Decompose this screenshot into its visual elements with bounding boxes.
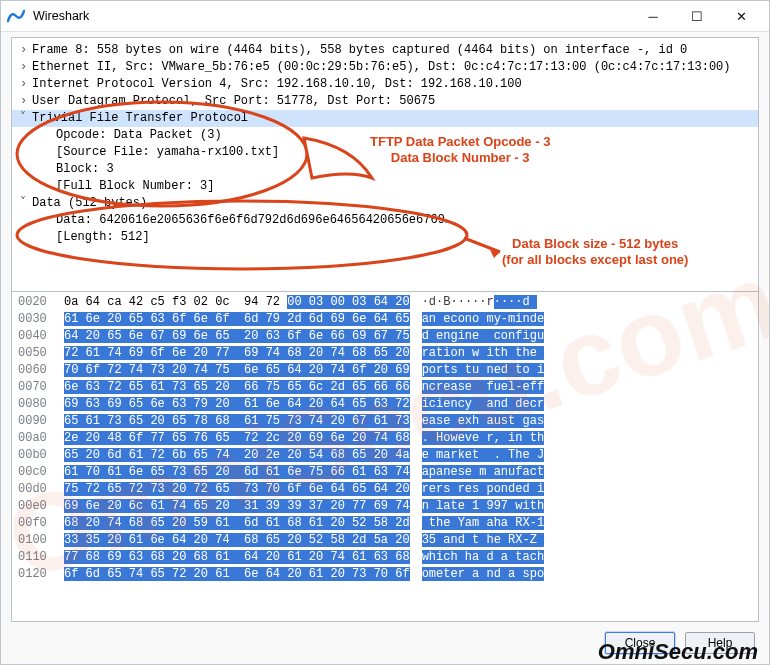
tree-tftp-full-block[interactable]: [Full Block Number: 3] — [12, 178, 758, 195]
packet-bytes-pane[interactable]: 00200a 64 ca 42 c5 f3 02 0c 94 72 00 03 … — [11, 292, 759, 622]
hex-row[interactable]: 003061 6e 20 65 63 6f 6e 6f 6d 79 2d 6d … — [18, 311, 752, 328]
brand-label: OmniSecu.com — [598, 639, 758, 665]
wireshark-window: Wireshark ─ ☐ ✕ ›Frame 8: 558 bytes on w… — [0, 0, 770, 665]
hex-row[interactable]: 004064 20 65 6e 67 69 6e 65 20 63 6f 6e … — [18, 328, 752, 345]
hex-row[interactable]: 00706e 63 72 65 61 73 65 20 66 75 65 6c … — [18, 379, 752, 396]
hex-row[interactable]: 009065 61 73 65 20 65 78 68 61 75 73 74 … — [18, 413, 752, 430]
hex-row[interactable]: 00a02e 20 48 6f 77 65 76 65 72 2c 20 69 … — [18, 430, 752, 447]
minimize-button[interactable]: ─ — [631, 1, 675, 31]
close-window-button[interactable]: ✕ — [719, 1, 763, 31]
tree-tftp[interactable]: ˅Trivial File Transfer Protocol — [12, 110, 758, 127]
hex-row[interactable]: 01206f 6d 65 74 65 72 20 61 6e 64 20 61 … — [18, 566, 752, 583]
titlebar: Wireshark ─ ☐ ✕ — [1, 1, 769, 32]
tree-data-bytes[interactable]: Data: 6420616e2065636f6e6f6d792d6d696e64… — [12, 212, 758, 229]
hex-row[interactable]: 00c061 70 61 6e 65 73 65 20 6d 61 6e 75 … — [18, 464, 752, 481]
packet-details-pane[interactable]: ›Frame 8: 558 bytes on wire (4464 bits),… — [11, 37, 759, 292]
hex-row[interactable]: 00200a 64 ca 42 c5 f3 02 0c 94 72 00 03 … — [18, 294, 752, 311]
hex-row[interactable]: 006070 6f 72 74 73 20 74 75 6e 65 64 20 … — [18, 362, 752, 379]
hex-row[interactable]: 00f068 20 74 68 65 20 59 61 6d 61 68 61 … — [18, 515, 752, 532]
annotation-opcode-label: TFTP Data Packet Opcode - 3 Data Block N… — [370, 134, 550, 166]
wireshark-icon — [7, 7, 25, 25]
hex-row[interactable]: 005072 61 74 69 6f 6e 20 77 69 74 68 20 … — [18, 345, 752, 362]
window-title: Wireshark — [33, 9, 631, 23]
hex-row[interactable]: 010033 35 20 61 6e 64 20 74 68 65 20 52 … — [18, 532, 752, 549]
tree-data[interactable]: ˅Data (512 bytes) — [12, 195, 758, 212]
annotation-blocksize-label: Data Block size - 512 bytes (for all blo… — [502, 236, 688, 268]
hex-row[interactable]: 011077 68 69 63 68 20 68 61 64 20 61 20 … — [18, 549, 752, 566]
tree-udp[interactable]: ›User Datagram Protocol, Src Port: 51778… — [12, 93, 758, 110]
maximize-button[interactable]: ☐ — [675, 1, 719, 31]
tree-ip[interactable]: ›Internet Protocol Version 4, Src: 192.1… — [12, 76, 758, 93]
hex-row[interactable]: 008069 63 69 65 6e 63 79 20 61 6e 64 20 … — [18, 396, 752, 413]
tree-ethernet[interactable]: ›Ethernet II, Src: VMware_5b:76:e5 (00:0… — [12, 59, 758, 76]
hex-row[interactable]: 00e069 6e 20 6c 61 74 65 20 31 39 39 37 … — [18, 498, 752, 515]
hex-row[interactable]: 00b065 20 6d 61 72 6b 65 74 20 2e 20 54 … — [18, 447, 752, 464]
tree-frame[interactable]: ›Frame 8: 558 bytes on wire (4464 bits),… — [12, 42, 758, 59]
hex-row[interactable]: 00d075 72 65 72 73 20 72 65 73 70 6f 6e … — [18, 481, 752, 498]
